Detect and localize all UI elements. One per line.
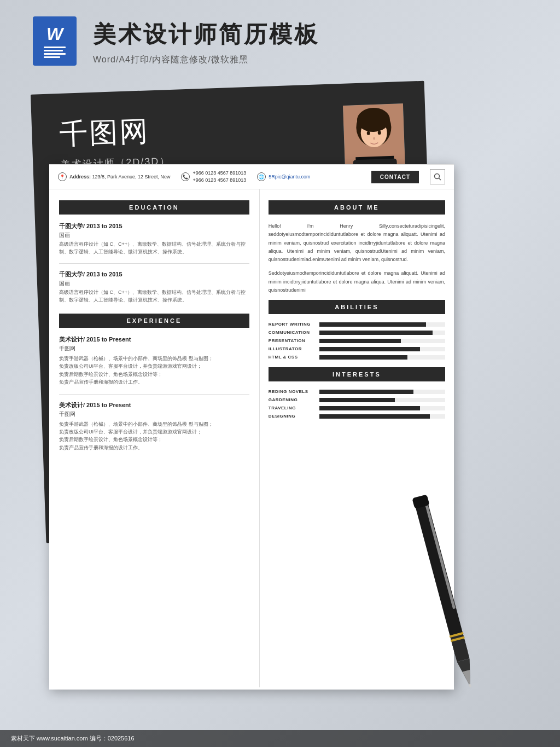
- resume-stack: 千图网 美术设计师（2D/3D）: [44, 88, 538, 714]
- exp-item-2-2: 负责改版公司UI平台、客服平台设计，并负责端游游戏官网设计；: [59, 428, 249, 436]
- address-label: Address:: [69, 174, 91, 179]
- skill-bar-bg-4: [319, 347, 445, 351]
- skill-bar-fill-1: [319, 322, 427, 327]
- svg-marker-15: [463, 670, 474, 688]
- about-me-text: Hello! I'm Henry Silly,consecteturadipis…: [269, 222, 445, 264]
- skill-bar-fill-2: [319, 331, 433, 335]
- edu-desc-1: 高级语言程序设计（如 C、C++）、离散数学、数据结构、信号处理理、系统分析与控…: [59, 241, 249, 256]
- skill-illustrator: ILLUSTRATOR: [269, 346, 445, 351]
- watermark-bar: 素材天下 www.sucaitian.com 编号：02025616: [0, 730, 560, 747]
- exp-item-2-3: 负责后期数字绘景设计、角色场景概念设计等；: [59, 436, 249, 443]
- sub-title: Word/A4打印/内容随意修改/微软雅黑: [93, 54, 319, 66]
- exp-company-2: 千图网: [59, 410, 249, 418]
- exp-item-2-4: 负责产品宣传手册和海报的设计工作。: [59, 444, 249, 451]
- interests-header: INTERESTS: [269, 367, 445, 381]
- experience-header: EXPERIENCE: [59, 314, 249, 328]
- interest-bar-bg-1: [319, 390, 445, 394]
- interest-bar-fill-3: [319, 406, 420, 410]
- word-icon: W: [33, 16, 77, 66]
- phone-item: 📞 +966 0123 4567 891013 +966 0123 4567 8…: [181, 170, 246, 183]
- exp-company-1: 千图网: [59, 345, 249, 352]
- title-area: 美术设计师简历模板 Word/A4打印/内容随意修改/微软雅黑: [93, 16, 319, 66]
- interest-bar-bg-3: [319, 406, 445, 410]
- edu-desc-2: 高级语言程序设计（如 C、C++）、离散数学、数据结构、信号处理理、系统分析与控…: [59, 289, 249, 304]
- left-column: EDUCATION 千图大学/ 2013 to 2015 国画 高级语言程序设计…: [49, 189, 260, 687]
- interest-bar-fill-1: [319, 390, 414, 394]
- interest-bar-fill-2: [319, 398, 395, 402]
- exp-item-1-3: 负责后期数字绘景设计、角色场景概念设计等；: [59, 370, 249, 378]
- skill-label-3: PRESENTATION: [269, 338, 315, 343]
- address-value: 123/8, Park Avenue, 12 Street, New: [92, 174, 171, 179]
- phone-icon: 📞: [181, 172, 190, 181]
- search-icon: [434, 173, 441, 181]
- skill-bar-bg-2: [319, 331, 445, 335]
- svg-line-10: [439, 178, 441, 181]
- search-button[interactable]: [430, 169, 445, 184]
- phone-text: +966 0123 4567 891013 +966 0123 4567 891…: [192, 170, 246, 183]
- about-me-header: ABOUT ME: [269, 200, 445, 215]
- interest-traveling: TRAVELING: [269, 406, 445, 410]
- skill-presentation: PRESENTATION: [269, 338, 445, 343]
- exp-title-2: 美术设计/ 2015 to Present: [59, 401, 249, 409]
- interest-bar-bg-2: [319, 398, 445, 402]
- exp-item-2-1: 负责手游武器（枪械）、场景中的小部件、商场里的饰品模 型与贴图；: [59, 420, 249, 428]
- about-me-text-2: Seddotyeiusmodtemporincididuntutlabore e…: [269, 269, 445, 294]
- resume-front: 📍 Address: 123/8, Park Avenue, 12 Street…: [49, 164, 454, 690]
- word-lines: [44, 47, 66, 58]
- word-line-3: [44, 53, 66, 55]
- email-item: 🌐 5Rpic@qiantu.com: [257, 172, 310, 181]
- word-w-letter: W: [46, 24, 63, 44]
- edu-major-2: 国画: [59, 280, 249, 287]
- top-section: W 美术设计师简历模板 Word/A4打印/内容随意修改/微软雅黑: [0, 0, 560, 77]
- word-line-2: [44, 50, 63, 51]
- interest-label-1: REDING NOVELS: [269, 389, 315, 394]
- right-column: ABOUT ME Hello! I'm Henry Silly,consecte…: [260, 189, 454, 687]
- skill-bar-fill-5: [319, 355, 407, 360]
- interest-label-2: GARDENING: [269, 397, 315, 402]
- skill-label-5: HTML & CSS: [269, 355, 315, 360]
- skill-bar-fill-3: [319, 339, 401, 343]
- word-line-1: [44, 47, 66, 48]
- abilities-header: ABILITIES: [269, 300, 445, 314]
- location-icon: 📍: [58, 172, 67, 181]
- contact-bar: 📍 Address: 123/8, Park Avenue, 12 Street…: [49, 164, 454, 189]
- interest-designing: DESIGNING: [269, 414, 445, 419]
- interest-label-4: DESIGNING: [269, 414, 315, 419]
- contact-button[interactable]: CONTACT: [371, 171, 419, 183]
- interest-bar-bg-4: [319, 414, 445, 419]
- edu-major-1: 国画: [59, 231, 249, 239]
- skill-bar-bg-1: [319, 322, 445, 327]
- interest-gardening: GARDENING: [269, 397, 445, 402]
- edu-school-1: 千图大学/ 2013 to 2015: [59, 222, 249, 230]
- edu-school-2: 千图大学/ 2013 to 2015: [59, 270, 249, 279]
- divider-2: [59, 394, 249, 395]
- word-line-4: [44, 56, 60, 58]
- exp-title-1: 美术设计/ 2015 to Present: [59, 335, 249, 344]
- interest-novels: REDING NOVELS: [269, 389, 445, 394]
- globe-icon: 🌐: [257, 172, 266, 181]
- watermark-text: 素材天下 www.sucaitian.com 编号：02025616: [11, 734, 135, 743]
- exp-item-1-4: 负责产品宣传手册和海报的设计工作。: [59, 378, 249, 386]
- address-text: Address: 123/8, Park Avenue, 12 Street, …: [69, 173, 170, 181]
- skill-label-4: ILLUSTRATOR: [269, 346, 315, 351]
- skill-communication: COMMUNICATION: [269, 330, 445, 335]
- skill-report: REPORT WRITING: [269, 322, 445, 327]
- exp-item-1-1: 负责手游武器（枪械）、场景中的小部件、商场里的饰品模 型与贴图；: [59, 355, 249, 362]
- skill-html: HTML & CSS: [269, 355, 445, 360]
- edu-entry-1: 千图大学/ 2013 to 2015 国画 高级语言程序设计（如 C、C++）、…: [59, 222, 249, 256]
- skill-bar-bg-5: [319, 355, 445, 360]
- education-header: EDUCATION: [59, 200, 249, 215]
- resume-body: EDUCATION 千图大学/ 2013 to 2015 国画 高级语言程序设计…: [49, 189, 454, 687]
- skill-label-1: REPORT WRITING: [269, 322, 315, 327]
- address-item: 📍 Address: 123/8, Park Avenue, 12 Street…: [58, 172, 170, 181]
- main-title: 美术设计师简历模板: [93, 19, 319, 50]
- exp-entry-2: 美术设计/ 2015 to Present 千图网 负责手游武器（枪械）、场景中…: [59, 401, 249, 452]
- svg-point-19: [469, 684, 471, 687]
- interest-label-3: TRAVELING: [269, 406, 315, 410]
- skill-bar-bg-3: [319, 339, 445, 343]
- exp-entry-1: 美术设计/ 2015 to Present 千图网 负责手游武器（枪械）、场景中…: [59, 335, 249, 386]
- edu-entry-2: 千图大学/ 2013 to 2015 国画 高级语言程序设计（如 C、C++）、…: [59, 270, 249, 304]
- skill-label-2: COMMUNICATION: [269, 330, 315, 335]
- skill-bar-fill-4: [319, 347, 420, 351]
- interest-bar-fill-4: [319, 414, 430, 419]
